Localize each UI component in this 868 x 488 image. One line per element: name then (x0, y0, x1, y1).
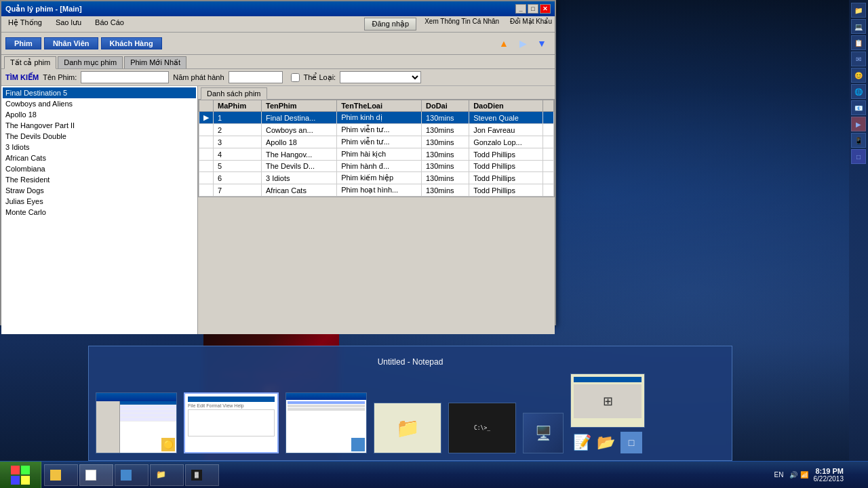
table-row[interactable]: 6 3 Idiots Phim kiếm hiệp 130mins Todd P… (199, 172, 554, 184)
genre-checkbox[interactable] (291, 73, 300, 82)
arrow-up-icon[interactable]: ▲ (495, 35, 513, 52)
arrow-down-icon[interactable]: ▼ (533, 35, 551, 52)
year-label: Năm phát hành (173, 73, 224, 81)
view-info-link[interactable]: Xem Thông Tin Cá Nhân (425, 18, 499, 30)
sidebar-item-2[interactable]: Apollo 18 (3, 109, 196, 120)
row-director-1: Jon Favreau (469, 124, 543, 136)
right-icon-2[interactable]: 💻 (851, 19, 866, 34)
row-name-4: The Devils D... (262, 161, 337, 172)
row-name-0: Final Destina... (262, 112, 337, 124)
sidebar-item-11[interactable]: Monte Carlo (3, 207, 196, 218)
col-header-director[interactable]: DaoDien (469, 100, 543, 112)
preview-thumb-4[interactable]: 📁 (374, 403, 441, 453)
taskbar-item-4[interactable]: 📁 (150, 464, 184, 486)
preview-thumb-5[interactable]: C:\>_ (448, 403, 516, 453)
tab-category[interactable]: Danh mục phim (58, 56, 123, 68)
name-search-input[interactable] (81, 71, 169, 83)
row-name-5: 3 Idiots (262, 172, 337, 184)
taskbar-network-icon[interactable]: 📶 (800, 471, 808, 479)
row-duration-1: 130mins (421, 124, 469, 136)
col-header-name[interactable]: TenPhim (262, 100, 337, 112)
thumb-3-title (286, 393, 366, 400)
row-duration-3: 130mins (421, 148, 469, 161)
start-button[interactable] (0, 462, 41, 488)
table-row[interactable]: 5 The Devils D... Phim hành đ... 130mins… (199, 161, 554, 172)
right-icon-10[interactable]: □ (851, 149, 866, 164)
navigation-arrows: ▲ ▶ ▼ (495, 35, 551, 52)
taskbar-icon-3 (121, 470, 132, 481)
thumb-sidebar (96, 401, 120, 453)
col-header-duration[interactable]: DoDai (421, 100, 469, 112)
row-name-1: Cowboys an... (262, 124, 337, 136)
sidebar-item-6[interactable]: African Cats (3, 152, 196, 163)
thumb-row-5 (120, 418, 176, 422)
sidebar-item-9[interactable]: Straw Dogs (3, 185, 196, 196)
taskbar-item-app[interactable] (44, 464, 78, 486)
close-button[interactable]: ✕ (540, 4, 551, 14)
row-genre-6: Phim hoạt hình... (337, 184, 422, 197)
blue-square-icon[interactable]: □ (620, 432, 642, 453)
taskbar-notepad-icon (85, 470, 96, 481)
right-icon-7[interactable]: 📧 (851, 100, 866, 115)
right-icons-panel: 📁 💻 📋 ✉ 😊 🌐 📧 ▶ 📱 □ (849, 0, 868, 461)
movie-sidebar: Final Destination 5 Cowboys and Aliens A… (1, 86, 198, 334)
sidebar-item-7[interactable]: Colombiana (3, 163, 196, 174)
genre-select[interactable] (340, 71, 421, 83)
sidebar-item-1[interactable]: Cowboys and Aliens (3, 98, 196, 109)
sidebar-item-0[interactable]: Final Destination 5 (3, 87, 196, 98)
taskbar-icon-4: 📁 (156, 470, 167, 481)
right-icon-5[interactable]: 😊 (851, 68, 866, 83)
row-duration-5: 130mins (421, 172, 469, 184)
nhan-vien-button[interactable]: Nhân Viên (44, 37, 98, 49)
taskbar-item-3[interactable] (115, 464, 149, 486)
menu-report[interactable]: Báo Cáo (91, 18, 128, 30)
col-header-genre[interactable]: TenTheLoai (337, 100, 422, 112)
col-header-id[interactable]: MaPhim (214, 100, 262, 112)
tab-all-movies[interactable]: Tất cả phim (4, 56, 56, 69)
taskbar-app-icon (50, 470, 61, 481)
right-icon-3[interactable]: 📋 (851, 35, 866, 50)
table-row[interactable]: ▶ 1 Final Destina... Phim kinh dị 130min… (199, 112, 554, 124)
sidebar-item-4[interactable]: The Devils Double (3, 131, 196, 142)
taskbar-item-5[interactable]: ▓ (185, 464, 219, 486)
preview-thumb-6[interactable]: 🖥️ (523, 413, 564, 453)
taskbar-item-notepad[interactable] (79, 464, 113, 486)
taskbar-clock: 8:19 PM 6/22/2013 (814, 467, 844, 483)
menu-backup[interactable]: Sao lưu (52, 18, 85, 30)
change-pass-link[interactable]: Đổi Mật Khẩu (510, 18, 552, 30)
table-row[interactable]: 2 Cowboys an... Phim viễn tư... 130mins … (199, 124, 554, 136)
preview-title: Untitled - Notepad (96, 357, 725, 367)
preview-thumb-3[interactable] (285, 392, 367, 453)
right-icon-8[interactable]: ▶ (851, 117, 866, 131)
row-scroll-2 (543, 136, 554, 148)
data-area: Danh sách phim MaPhim TenPhim TenTheLoai… (198, 86, 555, 334)
preview-thumb-2[interactable]: File Edit Format View Help (184, 392, 279, 453)
right-icon-1[interactable]: 📁 (851, 3, 866, 18)
table-row[interactable]: 3 Apollo 18 Phim viễn tư... 130mins Gonz… (199, 136, 554, 148)
year-search-input[interactable] (229, 71, 283, 83)
table-row[interactable]: 7 African Cats Phim hoạt hình... 130mins… (199, 184, 554, 197)
maximize-button[interactable]: □ (528, 4, 538, 14)
preview-thumb-7[interactable]: ⊞ (570, 373, 645, 428)
taskbar-volume-icon[interactable]: 🔊 (789, 471, 797, 479)
sidebar-item-5[interactable]: 3 Idiots (3, 142, 196, 152)
sidebar-item-10[interactable]: Julias Eyes (3, 196, 196, 207)
tab-new-movies[interactable]: Phim Mới Nhất (124, 56, 186, 68)
preview-thumb-1[interactable]: 🟡 (96, 392, 177, 453)
login-button[interactable]: Đăng nhập (364, 18, 416, 30)
table-row[interactable]: 4 The Hangov... Phim hài kịch 130mins To… (199, 148, 554, 161)
minimize-button[interactable]: _ (515, 4, 526, 14)
menu-system[interactable]: Hệ Thống (4, 18, 46, 30)
folder-icon-2[interactable]: 📂 (597, 434, 615, 451)
notepad-content (188, 409, 275, 436)
arrow-play-icon[interactable]: ▶ (514, 35, 532, 52)
sidebar-item-3[interactable]: The Hangover Part II (3, 120, 196, 131)
sticky-note-icon[interactable]: 📝 (573, 434, 591, 451)
phim-button[interactable]: Phim (5, 37, 41, 49)
khach-hang-button[interactable]: Khách Hàng (101, 37, 162, 49)
right-icon-9[interactable]: 📱 (851, 133, 866, 148)
sidebar-item-8[interactable]: The Resident (3, 174, 196, 185)
tab-movie-list[interactable]: Danh sách phim (201, 87, 267, 100)
right-icon-4[interactable]: ✉ (851, 52, 866, 66)
right-icon-6[interactable]: 🌐 (851, 84, 866, 99)
